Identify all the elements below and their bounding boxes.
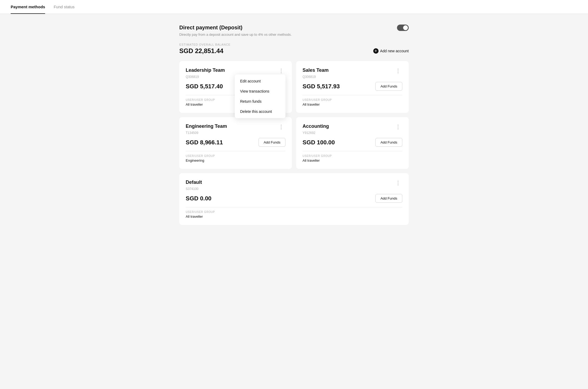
tab-fund-status[interactable]: Fund status — [54, 0, 74, 14]
section-title: Direct payment (Deposit) — [179, 25, 243, 31]
menu-button-engineering[interactable]: ⋮ — [277, 124, 285, 130]
main-content: Direct payment (Deposit) Directly pay fr… — [174, 14, 414, 236]
card-amount-row-accounting: SGD 100.00 Add Funds — [303, 138, 402, 147]
card-group-value-accounting: All traveller — [303, 158, 402, 162]
plus-icon: + — [373, 48, 379, 54]
card-amount-row-sales: SGD 5,517.93 Add Funds — [303, 82, 402, 91]
page-container: Payment methods Fund status Direct payme… — [0, 0, 588, 389]
dropdown-delete-account[interactable]: Delete this account — [235, 106, 285, 117]
card-header-engineering: Engineering Team ⋮ — [186, 124, 285, 130]
balance-amount: SGD 22,851.44 — [179, 47, 223, 55]
section-description: Directly pay from a deposit account and … — [179, 33, 409, 37]
card-divider-sales — [303, 95, 402, 95]
card-amount-row-default: SGD 0.00 Add Funds — [186, 194, 402, 203]
card-header-accounting: Accounting ⋮ — [303, 124, 402, 130]
card-divider-default — [186, 207, 402, 207]
dropdown-edit-account[interactable]: Edit account — [235, 76, 285, 86]
card-amount-sales: SGD 5,517.93 — [303, 83, 340, 90]
card-id-engineering: T134509 — [186, 131, 285, 135]
card-group-label-engineering: USER/USER GROUP — [186, 154, 285, 157]
add-account-label: Add new account — [380, 49, 409, 53]
card-group-label-sales: USER/USER GROUP — [303, 98, 402, 101]
card-group-value-engineering: Engineering — [186, 158, 285, 162]
menu-button-accounting[interactable]: ⋮ — [394, 124, 402, 130]
card-leadership-team: Leadership Team ⋮ Q306819 SGD 5,517.40 A… — [179, 61, 292, 113]
balance-label: ESTIMATED OVERALL BALANCE — [179, 43, 409, 46]
dropdown-view-transactions[interactable]: View transactions — [235, 86, 285, 96]
card-header-sales: Sales Team ⋮ — [303, 68, 402, 74]
card-divider-accounting — [303, 151, 402, 151]
card-amount-engineering: SGD 8,966.11 — [186, 139, 223, 146]
cards-full-section: Default ⋮ S374100 SGD 0.00 Add Funds USE… — [179, 173, 409, 225]
card-id-sales: Q306819 — [303, 75, 402, 79]
card-group-value-default: All traveller — [186, 215, 402, 219]
card-amount-row-engineering: SGD 8,966.11 Add Funds — [186, 138, 285, 147]
card-header-default: Default ⋮ — [186, 180, 402, 186]
card-group-value-sales: All traveller — [303, 102, 402, 106]
card-header-leadership: Leadership Team ⋮ — [186, 68, 285, 74]
dropdown-menu-leadership: Edit account View transactions Return fu… — [235, 74, 285, 118]
add-new-account-button[interactable]: + Add new account — [373, 48, 409, 54]
add-funds-button-sales[interactable]: Add Funds — [375, 82, 402, 91]
menu-button-leadership[interactable]: ⋮ — [277, 68, 285, 74]
tab-payment-methods[interactable]: Payment methods — [11, 0, 45, 14]
card-id-default: S374100 — [186, 187, 402, 191]
deposit-toggle[interactable] — [397, 25, 409, 31]
card-id-accounting: Y912692 — [303, 131, 402, 135]
card-group-label-accounting: USER/USER GROUP — [303, 154, 402, 157]
cards-grid: Leadership Team ⋮ Q306819 SGD 5,517.40 A… — [179, 61, 409, 169]
card-name-leadership: Leadership Team — [186, 68, 225, 73]
balance-row: SGD 22,851.44 + Add new account — [179, 47, 409, 55]
menu-button-default[interactable]: ⋮ — [394, 180, 402, 186]
menu-button-sales[interactable]: ⋮ — [394, 68, 402, 74]
card-sales-team: Sales Team ⋮ Q306819 SGD 5,517.93 Add Fu… — [296, 61, 409, 113]
card-name-sales: Sales Team — [303, 68, 329, 73]
card-default: Default ⋮ S374100 SGD 0.00 Add Funds USE… — [179, 173, 409, 225]
card-amount-leadership: SGD 5,517.40 — [186, 83, 223, 90]
tabs-bar: Payment methods Fund status — [0, 0, 588, 14]
card-accounting: Accounting ⋮ Y912692 SGD 100.00 Add Fund… — [296, 117, 409, 169]
card-engineering-team: Engineering Team ⋮ T134509 SGD 8,966.11 … — [179, 117, 292, 169]
card-amount-default: SGD 0.00 — [186, 195, 212, 202]
card-name-engineering: Engineering Team — [186, 124, 227, 129]
card-amount-accounting: SGD 100.00 — [303, 139, 335, 146]
add-funds-button-default[interactable]: Add Funds — [375, 194, 402, 203]
dropdown-return-funds[interactable]: Return funds — [235, 96, 285, 106]
card-name-default: Default — [186, 180, 202, 185]
section-header: Direct payment (Deposit) — [179, 25, 409, 31]
add-funds-button-accounting[interactable]: Add Funds — [375, 138, 402, 147]
card-name-accounting: Accounting — [303, 124, 329, 129]
add-funds-button-engineering[interactable]: Add Funds — [259, 138, 285, 147]
card-group-label-default: USER/USER GROUP — [186, 211, 402, 213]
card-divider-engineering — [186, 151, 285, 151]
